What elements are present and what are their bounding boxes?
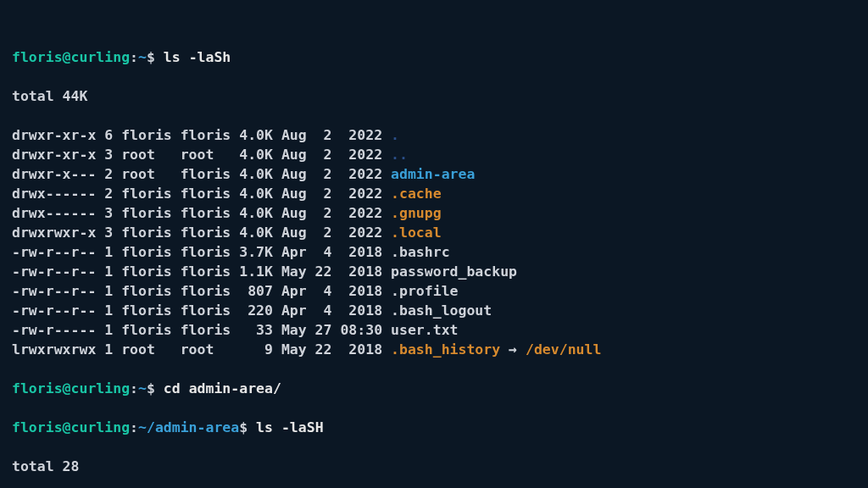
- listing-row: drwxr-x--- 2 root floris 4.0K Aug 2 2022…: [12, 164, 856, 184]
- listing-row-meta: -rw-r--r-- 1 floris floris 807 Apr 4 201…: [12, 283, 459, 299]
- command-text: ls -laSh: [164, 49, 231, 65]
- prompt-line: floris@curling:~/admin-area$ ls -laSH: [12, 418, 856, 437]
- listing-row: -rw-r--r-- 1 floris floris 807 Apr 4 201…: [12, 281, 856, 301]
- listing-row-name: .gnupg: [391, 205, 442, 221]
- listing-row: -rw-r--r-- 1 floris floris 3.7K Apr 4 20…: [12, 242, 856, 262]
- prompt-path: ~: [138, 49, 147, 65]
- listing-row-meta: -rw-r--r-- 1 floris floris 1.1K May 22 2…: [12, 263, 517, 280]
- prompt-colon: :: [130, 419, 138, 435]
- command-text: ls -laSH: [256, 419, 323, 435]
- listing-row-meta: lrwxrwxrwx 1 root root 9 May 22 2018: [12, 341, 391, 358]
- listing-row-name: .local: [391, 225, 442, 241]
- listing-row-name: ..: [391, 147, 408, 163]
- listing-row-meta: drwxr-x--- 2 root floris 4.0K Aug 2 2022: [12, 166, 391, 182]
- prompt-colon: :: [130, 380, 138, 396]
- listing-row: drwxrwxr-x 3 floris floris 4.0K Aug 2 20…: [12, 223, 856, 242]
- arrow-icon: →: [500, 341, 526, 358]
- prompt-user-host: floris@curling: [12, 380, 130, 396]
- listing-row-meta: drwx------ 3 floris floris 4.0K Aug 2 20…: [12, 205, 391, 221]
- prompt-end: $: [239, 419, 248, 435]
- prompt-line: floris@curling:~$ ls -laSh: [12, 47, 856, 67]
- prompt-user-host: floris@curling: [12, 419, 130, 435]
- listing-row-meta: drwxrwxr-x 3 floris floris 4.0K Aug 2 20…: [12, 225, 391, 241]
- listing-row-name: admin-area: [391, 166, 475, 182]
- command-text: cd admin-area/: [164, 380, 281, 396]
- listing-row-meta: -rw-r--r-- 1 floris floris 3.7K Apr 4 20…: [12, 244, 450, 260]
- listing-row-meta: drwx------ 2 floris floris 4.0K Aug 2 20…: [12, 186, 391, 202]
- total-line: total 44K: [12, 86, 856, 106]
- prompt-colon: :: [130, 49, 138, 65]
- listing1: drwxr-xr-x 6 floris floris 4.0K Aug 2 20…: [12, 125, 856, 359]
- prompt-path: ~/admin-area: [138, 419, 239, 435]
- listing-row-name: .bash_history: [391, 341, 500, 358]
- listing-row-meta: -rw-r--r-- 1 floris floris 220 Apr 4 201…: [12, 302, 492, 319]
- total-line: total 28: [12, 457, 856, 476]
- listing-row: drwx------ 3 floris floris 4.0K Aug 2 20…: [12, 203, 856, 223]
- listing-row: drwxr-xr-x 6 floris floris 4.0K Aug 2 20…: [12, 125, 856, 145]
- listing-row: -rw-r----- 1 floris floris 33 May 27 08:…: [12, 320, 856, 340]
- terminal-window[interactable]: floris@curling:~$ ls -laSh total 44K drw…: [0, 0, 868, 488]
- listing-row: -rw-r--r-- 1 floris floris 220 Apr 4 201…: [12, 301, 856, 320]
- listing-row-meta: drwxr-xr-x 3 root root 4.0K Aug 2 2022: [12, 147, 391, 163]
- prompt-user-host: floris@curling: [12, 49, 130, 65]
- prompt-end: $: [147, 380, 155, 396]
- listing-row-meta: drwxr-xr-x 6 floris floris 4.0K Aug 2 20…: [12, 127, 391, 143]
- listing-row-name: .cache: [391, 186, 442, 202]
- listing-row-name: .: [391, 127, 399, 143]
- listing-row: drwx------ 2 floris floris 4.0K Aug 2 20…: [12, 184, 856, 203]
- listing-row: lrwxrwxrwx 1 root root 9 May 22 2018 .ba…: [12, 340, 856, 359]
- listing-row-meta: -rw-r----- 1 floris floris 33 May 27 08:…: [12, 322, 459, 338]
- symlink-target: /dev/null: [526, 341, 601, 358]
- listing-row: -rw-r--r-- 1 floris floris 1.1K May 22 2…: [12, 262, 856, 281]
- listing-row: drwxr-xr-x 3 root root 4.0K Aug 2 2022 .…: [12, 145, 856, 164]
- prompt-line: floris@curling:~$ cd admin-area/: [12, 379, 856, 398]
- prompt-path: ~: [138, 380, 147, 396]
- prompt-end: $: [147, 49, 155, 65]
